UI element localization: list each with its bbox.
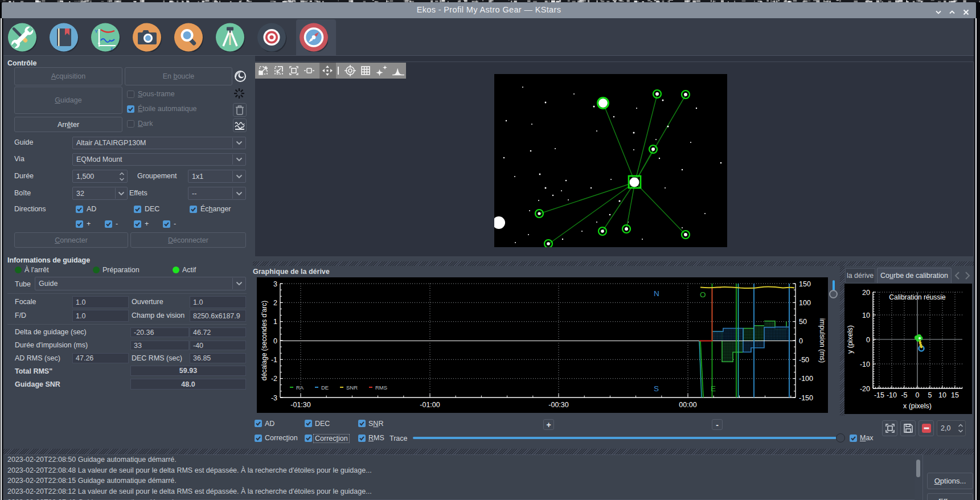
- svg-text:-150: -150: [799, 394, 813, 402]
- svg-text:RMS: RMS: [375, 384, 387, 391]
- svg-text:y (pixels): y (pixels): [846, 325, 854, 354]
- svg-text:-20: -20: [860, 385, 870, 393]
- svg-text:-3: -3: [271, 394, 277, 402]
- svg-text:50: 50: [799, 318, 807, 326]
- svg-text:-2: -2: [271, 375, 277, 383]
- svg-text:-100: -100: [799, 375, 813, 383]
- svg-text:Y: Y: [95, 28, 98, 34]
- svg-text:0: 0: [916, 391, 920, 399]
- svg-text:-1: -1: [271, 356, 277, 364]
- svg-text:-10: -10: [860, 360, 870, 368]
- svg-text:x (pixels): x (pixels): [903, 402, 932, 410]
- svg-text:O: O: [700, 290, 706, 299]
- svg-text:E: E: [711, 384, 716, 393]
- svg-text:150: 150: [799, 280, 811, 288]
- svg-text:-01:00: -01:00: [420, 401, 440, 409]
- svg-text:-50: -50: [799, 356, 809, 364]
- svg-text:SNR: SNR: [346, 384, 358, 391]
- svg-text:-00:30: -00:30: [548, 401, 568, 409]
- svg-text:3: 3: [273, 280, 277, 288]
- svg-text:00:00: 00:00: [679, 401, 696, 409]
- svg-text:impulsion (ms): impulsion (ms): [818, 318, 826, 363]
- svg-text:RA: RA: [296, 384, 304, 391]
- svg-text:x: x: [110, 46, 113, 51]
- svg-text:-5: -5: [901, 391, 907, 399]
- svg-text:0: 0: [273, 337, 277, 345]
- svg-text:0: 0: [799, 337, 803, 345]
- svg-text:DE: DE: [321, 384, 329, 391]
- svg-text:10: 10: [862, 312, 870, 319]
- svg-text:100: 100: [799, 299, 811, 307]
- svg-text:1: 1: [273, 318, 277, 326]
- svg-text:S: S: [654, 384, 659, 393]
- svg-text:N: N: [654, 289, 659, 298]
- svg-text:5: 5: [928, 391, 932, 399]
- svg-text:20: 20: [862, 289, 870, 297]
- svg-text:-15: -15: [874, 391, 884, 399]
- svg-text:-10: -10: [887, 391, 897, 399]
- svg-text:-01:30: -01:30: [290, 401, 310, 409]
- svg-text:Calibration réussie: Calibration réussie: [889, 293, 946, 301]
- svg-text:0: 0: [866, 336, 870, 344]
- svg-text:2: 2: [273, 299, 277, 307]
- svg-text:décalage (secondes d'arc): décalage (secondes d'arc): [260, 301, 268, 380]
- svg-text:10: 10: [938, 391, 946, 399]
- svg-text:15: 15: [951, 391, 959, 399]
